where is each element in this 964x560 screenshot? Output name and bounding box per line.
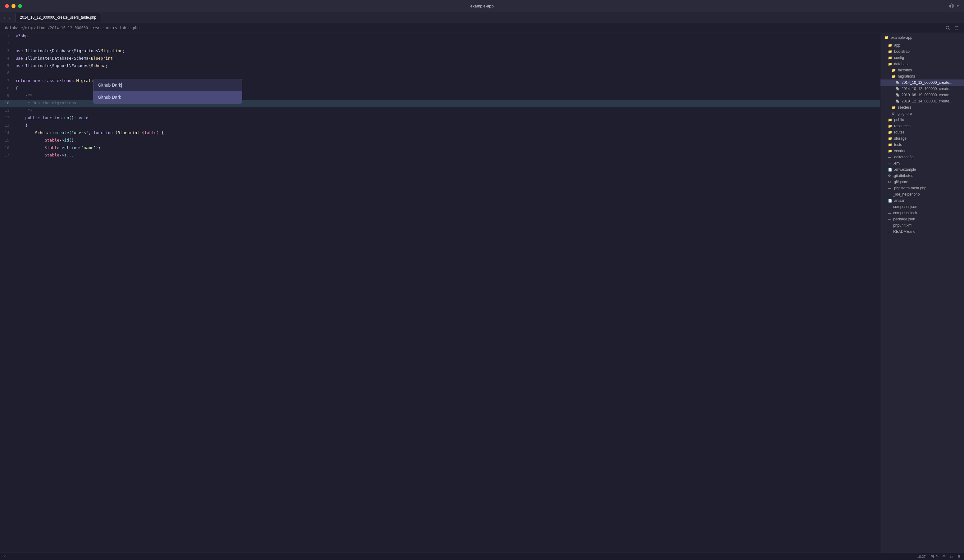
line-content: $table->id(); — [16, 137, 880, 144]
active-tab[interactable]: 2014_10_12_000000_create_users_table.php — [15, 13, 101, 22]
line-number: 5 — [0, 63, 16, 69]
layout-icon: ⊞ — [957, 554, 960, 558]
statusbar: ✓ 10:27 PHP ✉ □ ⊞ — [0, 553, 964, 560]
code-line: 15 $table->id(); — [0, 137, 880, 144]
sidebar-item-label: _ide_helper.php — [893, 192, 920, 196]
gitignore-icon: ⚙ — [892, 112, 895, 116]
sidebar-item-editorconfig[interactable]: — .editorconfig — [881, 154, 964, 160]
line-number: 1 — [0, 33, 16, 39]
sidebar-item-routes[interactable]: 📁 routes — [881, 129, 964, 135]
traffic-lights — [5, 4, 22, 8]
code-line: 17 $table->s... — [0, 152, 880, 159]
main-content: 1 <?php 2 3 use Illuminate\Database\Migr… — [0, 33, 964, 553]
php-icon: 🐘 — [896, 99, 900, 103]
sidebar-item-gitignore[interactable]: ⚙ .gitignore — [881, 179, 964, 185]
sidebar-item-app[interactable]: 📁 app — [881, 42, 964, 49]
settings-icon[interactable] — [954, 26, 959, 31]
sidebar[interactable]: 📁 example-app 📁 app 📁 bootstrap 📁 config… — [880, 33, 964, 553]
statusbar-right: 10:27 PHP ✉ □ ⊞ — [917, 554, 960, 558]
sidebar-item-composer-json[interactable]: — composer.json — [881, 204, 964, 210]
tab-label: 2014_10_12_000000_create_users_table.php — [20, 15, 96, 19]
autocomplete-item[interactable]: Github Dark — [93, 91, 242, 103]
folder-icon: 📁 — [888, 143, 892, 147]
code-line: 4 use Illuminate\Database\Schema\Bluepri… — [0, 55, 880, 63]
line-number: 6 — [0, 70, 16, 76]
sidebar-item-factories[interactable]: 📁 factories — [881, 67, 964, 73]
sidebar-item-label: config — [894, 55, 904, 60]
search-icon[interactable] — [945, 26, 950, 31]
folder-icon: 📁 — [892, 75, 896, 78]
autocomplete-input-text: Github Dark — [98, 82, 121, 88]
sidebar-item-migration-1[interactable]: 🐘 2014_10_12_000000_create... — [881, 80, 964, 86]
sidebar-item-tests[interactable]: 📁 tests — [881, 141, 964, 148]
sidebar-item-gitignore-db[interactable]: ⚙ .gitignore — [881, 110, 964, 117]
line-content: Schema::create('users', function (Bluepr… — [16, 130, 880, 136]
code-container[interactable]: 1 <?php 2 3 use Illuminate\Database\Migr… — [0, 33, 880, 553]
sidebar-item-label: package.json — [893, 217, 915, 221]
line-number: 3 — [0, 48, 16, 54]
line-number: 2 — [0, 41, 16, 46]
sidebar-item-label: vendor — [894, 149, 905, 153]
sidebar-item-label: seeders — [898, 105, 911, 110]
sidebar-item-artisan[interactable]: 📄 artisan — [881, 197, 964, 204]
code-line: 14 Schema::create('users', function (Blu… — [0, 130, 880, 137]
folder-icon: 📁 — [884, 36, 889, 40]
forward-arrow[interactable]: › — [8, 14, 12, 21]
php-icon: 🐘 — [896, 87, 900, 91]
sidebar-item-config[interactable]: 📁 config — [881, 55, 964, 61]
line-content: $table->string('name'); — [16, 144, 880, 151]
line-content: use Illuminate\Support\Facades\Schema; — [16, 63, 880, 69]
sidebar-item-label: .phpstorm.meta.php — [893, 186, 927, 190]
php-icon: 🐘 — [896, 81, 900, 85]
minimize-button[interactable] — [11, 4, 16, 8]
sidebar-item-package-json[interactable]: — package.json — [881, 216, 964, 222]
sidebar-item-migration-3[interactable]: 🐘 2019_08_19_000000_create... — [881, 92, 964, 98]
close-button[interactable] — [5, 4, 9, 8]
status-language: PHP — [931, 555, 938, 558]
sidebar-item-readme[interactable]: — README.md — [881, 229, 964, 235]
code-line: 6 — [0, 70, 880, 78]
sidebar-item-bootstrap[interactable]: 📁 bootstrap — [881, 49, 964, 55]
sidebar-item-label: 2014_10_12_000000_create... — [902, 80, 952, 85]
sidebar-item-migrations[interactable]: 📁 migrations — [881, 73, 964, 80]
line-number: 14 — [0, 130, 16, 136]
editor-area[interactable]: 1 <?php 2 3 use Illuminate\Database\Migr… — [0, 33, 880, 553]
autocomplete-input-box: Github Dark — [93, 79, 242, 91]
sidebar-item-composer-lock[interactable]: — composer.lock — [881, 210, 964, 216]
sidebar-item-phpstorm[interactable]: — .phpstorm.meta.php — [881, 185, 964, 191]
sidebar-item-label: .gitattributes — [893, 174, 913, 178]
maximize-button[interactable] — [18, 4, 22, 8]
sidebar-item-seeders[interactable]: 📁 seeders — [881, 104, 964, 110]
code-line: 5 use Illuminate\Support\Facades\Schema; — [0, 63, 880, 70]
back-arrow[interactable]: ‹ — [2, 14, 7, 21]
sidebar-item-database[interactable]: 📁 database — [881, 61, 964, 67]
sidebar-item-vendor[interactable]: 📁 vendor — [881, 148, 964, 154]
sidebar-item-label: resources — [894, 124, 910, 128]
status-time: 10:27 — [917, 555, 926, 558]
file-icon: — — [888, 217, 891, 221]
sidebar-item-label: public — [894, 118, 904, 122]
code-line: 12 public function up(): void — [0, 115, 880, 122]
sidebar-item-storage[interactable]: 📁 storage — [881, 135, 964, 141]
sidebar-item-label: storage — [894, 136, 907, 141]
autocomplete-list[interactable]: Github Dark — [93, 91, 242, 103]
autocomplete-item-label: Github Dark — [98, 95, 121, 100]
sidebar-item-public[interactable]: 📁 public — [881, 117, 964, 123]
sidebar-item-label: phpunit.xml — [893, 223, 912, 227]
sidebar-item-migration-2[interactable]: 🐘 2014_10_12_100000_create... — [881, 86, 964, 92]
line-number: 9 — [0, 93, 16, 99]
sidebar-header: 📁 example-app — [881, 33, 964, 42]
sidebar-item-env[interactable]: — .env — [881, 160, 964, 166]
autocomplete-dropdown[interactable]: Github Dark Github Dark — [93, 79, 242, 104]
sidebar-item-gitattributes[interactable]: ⚙ .gitattributes — [881, 173, 964, 179]
sidebar-item-phpunit[interactable]: — phpunit.xml — [881, 222, 964, 229]
line-number: 10 — [0, 100, 16, 106]
sidebar-item-resources[interactable]: 📁 resources — [881, 123, 964, 129]
sidebar-item-ide-helper[interactable]: — _ide_helper.php — [881, 191, 964, 197]
code-line: 13 { — [0, 122, 880, 130]
folder-icon: 📁 — [888, 124, 892, 128]
statusbar-left: ✓ — [4, 554, 7, 558]
sidebar-item-migration-4[interactable]: 🐘 2019_12_14_000001_create... — [881, 98, 964, 104]
file-icon: — — [888, 186, 891, 190]
sidebar-item-env-example[interactable]: 📄 .env.example — [881, 166, 964, 173]
